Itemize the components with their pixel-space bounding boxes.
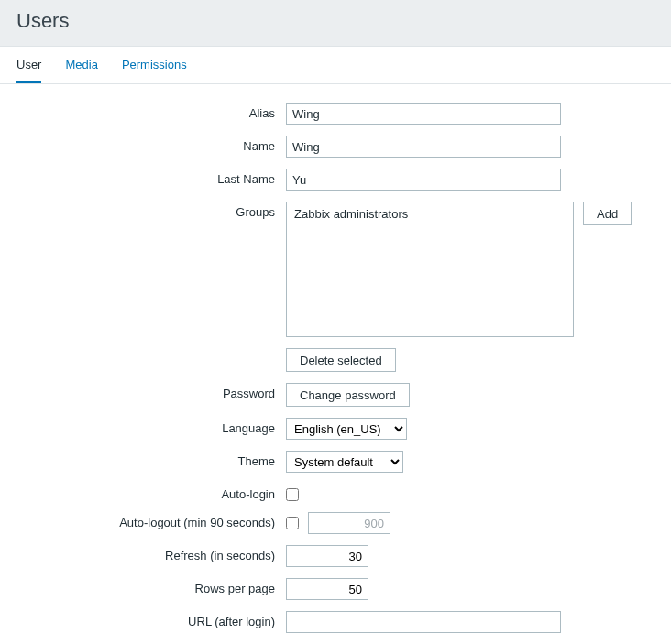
label-autologin: Auto-login	[18, 484, 286, 501]
page-title: Users	[16, 9, 654, 33]
groups-select[interactable]: Zabbix administrators	[286, 202, 574, 337]
add-group-button[interactable]: Add	[583, 202, 632, 225]
tab-permissions[interactable]: Permissions	[122, 47, 187, 83]
tabs: User Media Permissions	[0, 47, 671, 84]
label-name: Name	[18, 136, 286, 153]
surname-input[interactable]	[286, 169, 561, 191]
label-url: URL (after login)	[18, 611, 286, 628]
name-input[interactable]	[286, 136, 561, 158]
label-refresh: Refresh (in seconds)	[18, 545, 286, 562]
tab-user[interactable]: User	[16, 47, 41, 83]
label-language: Language	[18, 418, 286, 435]
autologout-input	[308, 512, 390, 534]
label-groups: Groups	[18, 202, 286, 219]
autologin-checkbox[interactable]	[286, 488, 299, 501]
rows-input[interactable]	[286, 578, 368, 600]
label-password: Password	[18, 383, 286, 400]
alias-input[interactable]	[286, 103, 561, 125]
label-theme: Theme	[18, 451, 286, 468]
language-select[interactable]: English (en_US)	[286, 418, 407, 440]
tab-media[interactable]: Media	[65, 47, 97, 83]
label-autologout: Auto-logout (min 90 seconds)	[18, 512, 286, 529]
user-form: Alias Name Last Name Groups Zabbix admin…	[0, 84, 671, 644]
autologout-checkbox[interactable]	[286, 517, 299, 529]
group-option[interactable]: Zabbix administrators	[287, 206, 573, 222]
refresh-input[interactable]	[286, 545, 368, 567]
label-surname: Last Name	[18, 169, 286, 186]
change-password-button[interactable]: Change password	[286, 383, 410, 407]
label-alias: Alias	[18, 103, 286, 120]
url-input[interactable]	[286, 611, 561, 633]
delete-selected-button[interactable]: Delete selected	[286, 348, 396, 372]
label-rows: Rows per page	[18, 578, 286, 595]
theme-select[interactable]: System default	[286, 451, 403, 473]
form-panel: User Media Permissions Alias Name Last N…	[0, 46, 671, 644]
